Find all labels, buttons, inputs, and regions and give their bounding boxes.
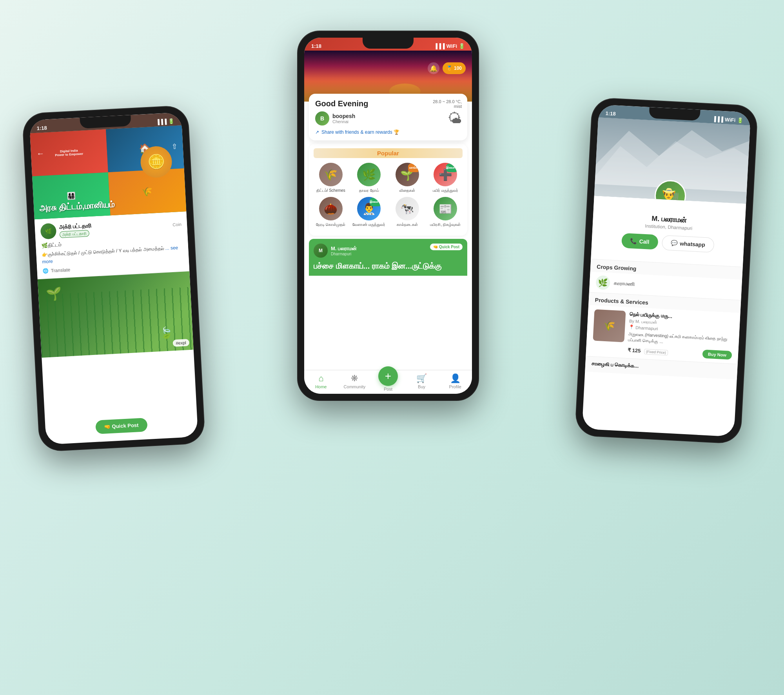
translate-icon: 🌐 <box>42 268 49 274</box>
popular-label-doctor: பயிர் மருத்துவர் <box>433 188 458 193</box>
price-type: (Fixed Price) <box>644 349 668 355</box>
post-preview-name: M. பலராமன் <box>331 246 357 252</box>
weather-info: 28.0 ~ 28.0 °C, mist 🌤 <box>433 99 462 127</box>
translate-label: Translate <box>51 267 70 274</box>
phone-right: 1:18 ▐▐▐ WiFi 🔋 ← <box>575 98 757 444</box>
crop-icon: 🌿 <box>595 275 610 290</box>
crop-name: காராமணி <box>614 280 635 287</box>
popular-item-doctor[interactable]: ➕ இலவசம்! பயிர் மருத்துவர் <box>428 163 463 193</box>
location-pin-icon: 📍 <box>629 324 635 330</box>
share-icon: ↗ <box>315 129 319 135</box>
collage-cell-4: 🌾 <box>108 168 186 215</box>
phone-left: 1:18 ▐▐▐ 🔋 Digital IndiaPower to Empower… <box>23 106 205 451</box>
buy-icon: 🛒 <box>416 373 427 384</box>
popular-title: Popular <box>314 148 463 158</box>
popular-grid-row2: 🌰 நேரடி கொள்முதல் 👨‍⚕️ இலவசம்! வேளாண் மர… <box>314 197 463 227</box>
status-icons-right: ▐▐▐ WiFi 🔋 <box>712 116 744 124</box>
coin-label: Coin <box>172 222 181 227</box>
community-icon: ❋ <box>351 373 358 384</box>
popular-label-direct: நேரடி கொள்முதல் <box>316 222 345 227</box>
weather-icon: 🌤 <box>433 110 462 127</box>
popular-label-agri-doc: வேளாண் மருத்துவர் <box>352 222 385 227</box>
post-card: 🌿 அக்ரி பட்டதாரி அக்ரி பட்டதாரி Coin 🌿தி… <box>34 211 189 279</box>
popular-item-news[interactable]: 📰 பயிரசி, நிகழ்வுகள் <box>428 197 463 227</box>
nav-home-label: Home <box>315 384 327 389</box>
hero-icons: 🔔 🏅 100 <box>428 62 466 74</box>
user-badge: அக்ரி பட்டதாரி <box>60 230 90 238</box>
whatsapp-label: whatsapp <box>680 240 705 248</box>
post-preview-user: M M. பலராமன் Dharmapuri 🤜 Quick Post <box>314 244 463 258</box>
back-button[interactable]: ← <box>36 149 45 158</box>
doctor-badge: இலவசம்! <box>446 164 457 172</box>
popular-label-schemes: திட்டம்/ Schemes <box>316 188 345 193</box>
phone-left-screen: 1:18 ▐▐▐ 🔋 Digital IndiaPower to Empower… <box>29 112 198 444</box>
user-location-center: Chennai <box>332 119 355 124</box>
popular-grid-row1: 🌾 திட்டம்/ Schemes 🌿 தாவர நோய் 🌱 வாங்க! <box>314 163 463 193</box>
share-button[interactable]: ⇧ <box>171 142 178 151</box>
share-rewards[interactable]: ↗ Share with friends & earn rewards 🏆 <box>315 129 461 135</box>
popular-item-schemes[interactable]: 🌾 திட்டம்/ Schemes <box>314 163 348 193</box>
reward-count: 100 <box>454 65 462 71</box>
popular-label-news: பயிரசி, நிகழ்வுகள் <box>430 222 461 227</box>
product-price: ₹ 125 <box>628 347 641 354</box>
status-icons-center: ▐▐▐ WiFi 🔋 <box>434 43 465 49</box>
notch-center <box>363 38 414 49</box>
right-hero: ← 👨‍🌾 <box>594 117 750 204</box>
reward-badge: 🏅 100 <box>443 62 466 74</box>
notification-bell[interactable]: 🔔 <box>428 62 439 74</box>
whatsapp-button[interactable]: 💬 whatsapp <box>661 235 714 253</box>
nav-buy[interactable]: 🛒 Buy <box>405 373 439 391</box>
popular-item-livestock[interactable]: 🐄 கால்நடைகள் <box>390 197 425 227</box>
status-time-left: 1:18 <box>36 125 47 131</box>
nav-profile[interactable]: 👤 Profile <box>438 373 472 391</box>
agri-doc-badge: இலவசம்! <box>370 198 381 206</box>
nav-community-label: Community <box>344 384 366 389</box>
user-avatar-center: B <box>315 111 329 126</box>
call-label: Call <box>639 238 649 245</box>
popular-label-seeds: விதைகள் <box>399 188 415 193</box>
bottom-nav: ⌂ Home ❋ Community + Post 🛒 Buy 👤 Profil… <box>304 370 472 394</box>
post-plus-icon[interactable]: + <box>378 366 398 386</box>
popular-section: Popular 🌾 திட்டம்/ Schemes 🌿 தாவர நோய் <box>309 144 467 236</box>
left-header: Digital IndiaPower to Empower 🏠 👨‍👩‍👧‍👦 … <box>30 125 186 219</box>
post-avatar: 🌿 <box>40 223 56 240</box>
phone-center-screen: 1:18 ▐▐▐ WiFi 🔋 🔔 🏅 100 <box>304 38 472 394</box>
nav-community[interactable]: ❋ Community <box>338 373 372 391</box>
popular-item-seeds[interactable]: 🌱 வாங்க! விதைகள் <box>390 163 425 193</box>
scheme-label: 🌿திட்டம் <box>41 242 62 249</box>
quick-post-button[interactable]: 🤜 Quick Post <box>95 418 147 434</box>
call-button[interactable]: 📞 Call <box>621 233 659 250</box>
phone-center: 1:18 ▐▐▐ WiFi 🔋 🔔 🏅 100 <box>298 31 478 400</box>
product-image: 🌾 <box>593 309 626 342</box>
profile-icon: 👤 <box>450 373 461 384</box>
product-2-title: சாழைகி ப கொடிக்க... <box>592 360 731 374</box>
post-preview-avatar: M <box>314 244 328 258</box>
nav-post[interactable]: + Post <box>371 373 405 391</box>
phone-right-screen: 1:18 ▐▐▐ WiFi 🔋 ← <box>582 104 751 437</box>
explore-tag: #expl <box>172 339 189 347</box>
call-icon: 📞 <box>630 238 637 244</box>
quick-post-tag: 🤜 Quick Post <box>430 244 463 250</box>
nav-buy-label: Buy <box>418 384 425 389</box>
home-icon: ⌂ <box>318 373 323 384</box>
nav-post-label: Post <box>384 387 392 391</box>
nav-home[interactable]: ⌂ Home <box>304 373 338 391</box>
weather-condition: mist <box>433 104 462 109</box>
popular-label-plant: தாவர நோய் <box>359 188 379 193</box>
nav-profile-label: Profile <box>449 384 461 389</box>
post-image: 🌱 🍃 #expl <box>38 271 194 358</box>
plant-icon-2: 🍃 <box>159 326 174 340</box>
seeds-badge: வாங்க! <box>408 164 419 172</box>
popular-item-agri-doc[interactable]: 👨‍⚕️ இலவசம்! வேளாண் மருத்துவர் <box>352 197 387 227</box>
popular-label-livestock: கால்நடைகள் <box>397 222 418 227</box>
popular-item-direct[interactable]: 🌰 நேரடி கொள்முதல் <box>314 197 348 227</box>
user-name-center: boopesh <box>332 113 355 119</box>
weather-temp: 28.0 ~ 28.0 °C, <box>433 99 462 104</box>
popular-item-plant-disease[interactable]: 🌿 தாவர நோய் <box>352 163 387 193</box>
product-info: நெல் பயிருக்கு மரு... By M. பலராமன் 📍 Dh… <box>628 311 734 360</box>
post-preview-text: பச்சை மிளகாய்... ராகம் இன...ருட்டுக்கு <box>314 261 463 271</box>
profile-section: M. பலராமன் Institution, Dharmapuri 📞 Cal… <box>591 196 746 267</box>
whatsapp-icon: 💬 <box>671 240 678 247</box>
buy-now-button[interactable]: Buy Now <box>702 349 732 360</box>
post-preview-location: Dharmapuri <box>331 252 357 256</box>
